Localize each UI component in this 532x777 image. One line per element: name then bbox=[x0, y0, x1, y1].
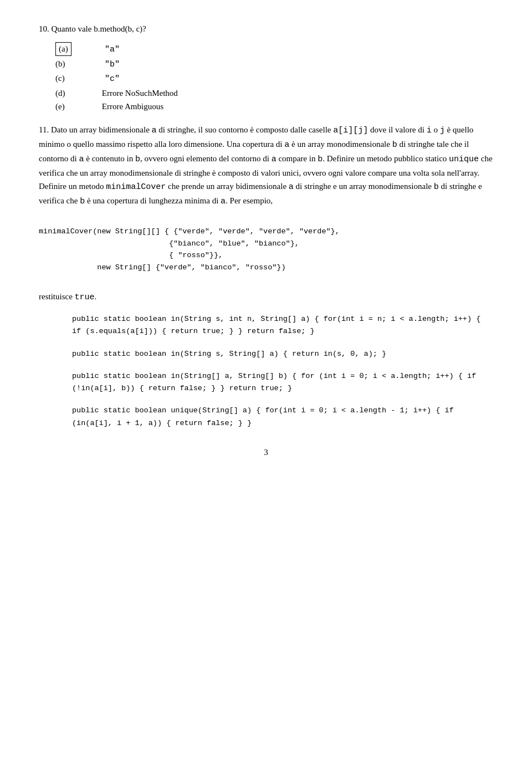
option-b: (b) "b" bbox=[55, 58, 493, 71]
code-line: } bbox=[238, 419, 243, 427]
code-line: return true; bbox=[229, 384, 283, 392]
option-e-text: Errore Ambiguous bbox=[100, 100, 163, 113]
code-line: for (int i = 0; i < a.length; i++) { bbox=[301, 372, 463, 380]
example-line-1: minimalCover(new String[][] { {"verde", … bbox=[39, 227, 340, 236]
code-line: return true; bbox=[171, 327, 224, 335]
code-line: for(int i = 0; i < a.length - 1; i++) { bbox=[265, 406, 440, 415]
example-code: minimalCover(new String[][] { {"verde", … bbox=[39, 214, 493, 286]
code-line: if (s.equals(a[i])) { bbox=[72, 327, 166, 335]
question-11-intro: 11. Dato un array bidimensionale a di st… bbox=[39, 123, 493, 208]
code-line: return false; bbox=[149, 384, 207, 392]
example-line-3: { "rosso"}}, bbox=[39, 251, 223, 259]
code-section-unique: public static boolean unique(String[] a)… bbox=[72, 405, 493, 430]
code-line: } bbox=[382, 350, 386, 358]
code-line: return false; bbox=[247, 327, 305, 335]
code-line: } bbox=[238, 327, 243, 335]
option-a-text: "a" bbox=[100, 44, 120, 57]
answer-options-10: (a) "a" (b) "b" (c) "c" (d) Errore NoSuc… bbox=[55, 42, 493, 113]
code-line: } bbox=[247, 419, 252, 427]
code-line: } bbox=[310, 327, 314, 335]
example-line-4: new String[] {"verde", "bianco", "rosso"… bbox=[39, 263, 286, 272]
code-line: public static boolean in(String s, Strin… bbox=[72, 350, 288, 358]
question-10-title: 10. Quanto vale b.method(b, c)? bbox=[39, 22, 493, 35]
page-number: 3 bbox=[39, 446, 493, 459]
code-line: public static boolean in(String s, int n… bbox=[72, 315, 319, 323]
option-a-key: (a) bbox=[55, 42, 71, 56]
option-d-key: (d) bbox=[55, 87, 65, 100]
option-e-key: (e) bbox=[55, 100, 65, 113]
option-d-text: Errore NoSuchMethod bbox=[100, 87, 178, 100]
code-line: public static boolean unique(String[] a)… bbox=[72, 406, 260, 415]
option-c: (c) "c" bbox=[55, 72, 493, 86]
option-a: (a) "a" bbox=[55, 42, 493, 57]
example-line-2: {"bianco", "blue", "bianco"}, bbox=[39, 239, 299, 248]
option-d: (d) Errore NoSuchMethod bbox=[55, 87, 493, 100]
option-c-key: (c) bbox=[55, 72, 65, 85]
question-11: 11. Dato un array bidimensionale a di st… bbox=[39, 123, 493, 430]
restituisce-text: restituisce true. bbox=[39, 290, 493, 304]
code-section-in-2: public static boolean in(String s, Strin… bbox=[72, 348, 493, 360]
code-section-in-3: public static boolean in(String[] a, Str… bbox=[72, 370, 493, 395]
code-line: } bbox=[211, 384, 216, 392]
option-e: (e) Errore Ambiguous bbox=[55, 100, 493, 113]
code-line: } bbox=[288, 384, 292, 392]
question-10: 10. Quanto vale b.method(b, c)? (a) "a" … bbox=[39, 22, 493, 113]
option-b-text: "b" bbox=[100, 59, 120, 71]
code-line: return in(s, 0, a); bbox=[292, 350, 377, 358]
code-line: public static boolean in(String[] a, Str… bbox=[72, 372, 296, 380]
code-line: } bbox=[220, 384, 224, 392]
code-line: for(int i = n; i < a.length; i++) { bbox=[324, 315, 481, 323]
code-line: } bbox=[229, 327, 234, 335]
code-section-in-1: public static boolean in(String s, int n… bbox=[72, 313, 493, 338]
code-line: return false; bbox=[175, 419, 233, 427]
option-b-key: (b) bbox=[55, 58, 65, 70]
option-c-text: "c" bbox=[100, 73, 120, 86]
